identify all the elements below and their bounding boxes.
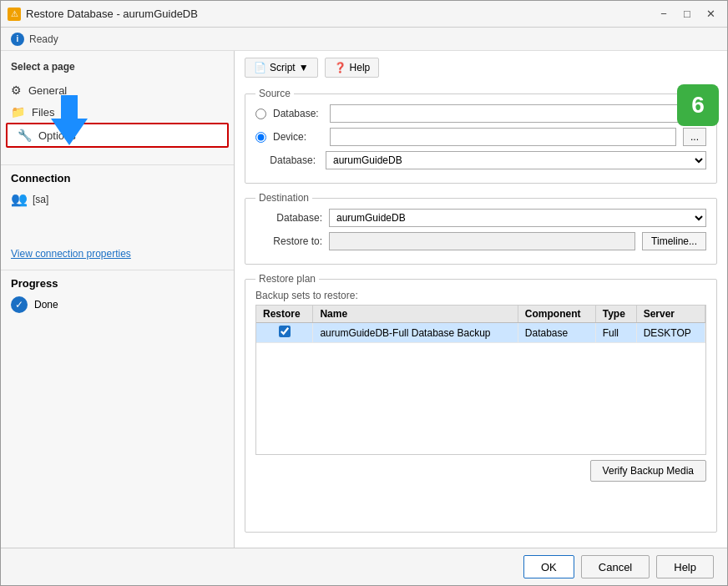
main-window: ⚠ Restore Database - aurumGuideDB − □ ✕ … <box>0 0 728 586</box>
restore-to-row: Restore to: The last backup taken (Sat T… <box>255 232 706 250</box>
connection-user: 👥 [sa] <box>11 191 224 207</box>
backup-sets-table-container[interactable]: Restore Name Component Type Server <box>255 305 706 455</box>
panel-toolbar: 📄 Script ▼ ❓ Help <box>245 58 717 78</box>
restore-to-label: Restore to: <box>255 235 322 247</box>
username: [sa] <box>33 194 48 205</box>
script-icon: 📄 <box>254 62 266 73</box>
app-icon: ⚠ <box>8 8 21 21</box>
cancel-button[interactable]: Cancel <box>581 555 650 578</box>
component-cell: Database <box>518 323 595 343</box>
source-device-radio[interactable] <box>255 132 266 143</box>
sidebar-item-files[interactable]: 📁 Files <box>1 101 234 123</box>
dialog-footer: OK Cancel Help <box>1 548 727 585</box>
source-db-name-row: Database: aurumGuideDB <box>255 151 706 169</box>
connection-title: Connection <box>11 172 224 184</box>
source-database-label: Database: <box>273 108 323 119</box>
col-type: Type <box>595 306 636 323</box>
script-button[interactable]: 📄 Script ▼ <box>245 58 318 78</box>
destination-legend: Destination <box>255 192 312 204</box>
sidebar-general-label: General <box>28 84 67 97</box>
backup-sets-table: Restore Name Component Type Server <box>256 306 705 343</box>
source-section: Source Database: Device: C:\aurumGuideBa… <box>245 88 717 184</box>
timeline-button[interactable]: Timeline... <box>642 232 706 250</box>
script-dropdown-icon: ▼ <box>299 62 309 73</box>
restore-checkbox-cell[interactable] <box>256 323 313 343</box>
source-database-dropdown[interactable] <box>330 104 706 123</box>
sidebar-title: Select a page <box>1 58 234 79</box>
col-restore: Restore <box>256 306 313 323</box>
script-label: Script <box>270 62 296 73</box>
sidebar-options-label: Options <box>38 129 76 142</box>
view-connection-link[interactable]: View connection properties <box>11 248 131 260</box>
sidebar-files-label: Files <box>32 106 54 119</box>
step-badge: 6 <box>677 84 719 126</box>
minimize-button[interactable]: − <box>654 6 674 23</box>
backup-name-cell: aurumGuideDB-Full Database Backup <box>313 323 518 343</box>
source-database-radio[interactable] <box>255 109 266 119</box>
bottom-right: Verify Backup Media <box>255 460 706 482</box>
status-text: Ready <box>29 33 58 45</box>
help-label: Help <box>350 62 371 73</box>
help-footer-button[interactable]: Help <box>656 555 714 578</box>
help-icon: ❓ <box>334 62 346 73</box>
col-server: Server <box>636 306 705 323</box>
source-database-row: Database: <box>255 104 706 123</box>
verify-backup-button[interactable]: Verify Backup Media <box>590 460 706 482</box>
source-db-name-dropdown[interactable]: aurumGuideDB <box>326 151 706 169</box>
col-name: Name <box>313 306 518 323</box>
files-icon: 📁 <box>11 105 25 119</box>
ok-button[interactable]: OK <box>523 555 574 578</box>
connection-section: Connection 👥 [sa] <box>1 164 234 214</box>
maximize-button[interactable]: □ <box>677 6 697 23</box>
destination-database-dropdown[interactable]: aurumGuideDB <box>329 209 706 227</box>
source-legend: Source <box>255 88 294 99</box>
table-row[interactable]: aurumGuideDB-Full Database Backup Databa… <box>256 323 705 343</box>
progress-done: ✓ Done <box>11 296 224 313</box>
gear-icon: ⚙ <box>11 83 22 97</box>
destination-database-row: Database: aurumGuideDB <box>255 209 706 227</box>
status-bar: i Ready <box>1 28 727 51</box>
restore-plan-legend: Restore plan <box>255 273 319 285</box>
window-controls: − □ ✕ <box>654 6 720 23</box>
sidebar-item-options[interactable]: 🔧 Options <box>6 123 229 148</box>
table-header-row: Restore Name Component Type Server <box>256 306 705 323</box>
status-icon: i <box>11 33 24 46</box>
backup-sets-label: Backup sets to restore: <box>255 290 706 301</box>
right-panel: 6 📄 Script ▼ ❓ Help Source Database: <box>235 51 727 548</box>
done-icon: ✓ <box>11 296 28 313</box>
source-device-label: Device: <box>273 131 323 143</box>
options-icon: 🔧 <box>18 129 32 142</box>
type-cell: Full <box>595 323 636 343</box>
destination-database-label: Database: <box>255 212 322 224</box>
close-button[interactable]: ✕ <box>700 6 720 23</box>
view-connection-link-container: View connection properties <box>1 247 234 260</box>
restore-checkbox[interactable] <box>279 326 291 337</box>
sidebar-item-general[interactable]: ⚙ General <box>1 79 234 101</box>
restore-plan-section: Restore plan Backup sets to restore: Res… <box>245 273 717 533</box>
progress-title: Progress <box>11 277 224 290</box>
source-db-label: Database: <box>255 154 319 166</box>
window-title: Restore Database - aurumGuideDB <box>26 8 649 20</box>
user-icon: 👥 <box>11 191 28 207</box>
source-device-row: Device: C:\aurumGuideBackup\aurumGuideF … <box>255 128 706 146</box>
main-content: Select a page ⚙ General 📁 Files 🔧 Option… <box>1 51 727 548</box>
help-button[interactable]: ❓ Help <box>325 58 380 78</box>
source-device-input[interactable]: C:\aurumGuideBackup\aurumGuideF <box>330 128 676 146</box>
progress-section: Progress ✓ Done <box>1 270 234 320</box>
col-component: Component <box>518 306 595 323</box>
restore-to-input: The last backup taken (Sat <box>329 232 635 250</box>
title-bar: ⚠ Restore Database - aurumGuideDB − □ ✕ <box>1 1 727 28</box>
server-cell: DESKTOP <box>636 323 705 343</box>
browse-button[interactable]: ... <box>683 128 706 146</box>
destination-section: Destination Database: aurumGuideDB Resto… <box>245 192 717 265</box>
progress-status: Done <box>34 299 58 311</box>
sidebar: Select a page ⚙ General 📁 Files 🔧 Option… <box>1 51 235 548</box>
